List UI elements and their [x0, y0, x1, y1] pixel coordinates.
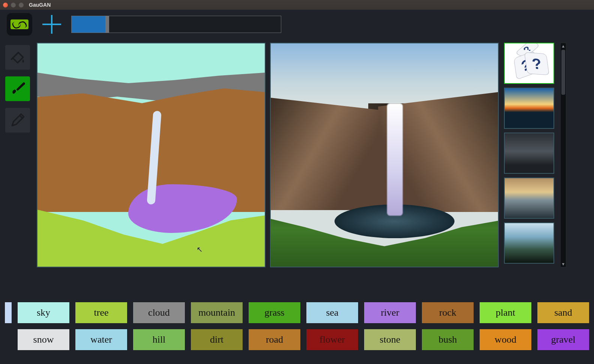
app-window: GauGAN [0, 0, 594, 364]
swatch-label: road [266, 334, 283, 345]
swatch-plant[interactable]: plant [479, 302, 532, 324]
swatch-label: river [381, 307, 399, 318]
window-close-button[interactable] [3, 3, 8, 7]
swatch-label: sand [554, 307, 572, 318]
style-thumb-random[interactable]: ? ? ? [504, 43, 554, 84]
pencil-icon [9, 112, 26, 128]
nvidia-logo-icon [10, 19, 28, 29]
tool-brush-button[interactable] [5, 76, 30, 101]
swatch-river[interactable]: river [364, 302, 416, 324]
scroll-up-icon[interactable]: ▲ [561, 43, 566, 49]
swatch-label: cloud [148, 307, 170, 318]
swatch-flower[interactable]: flower [306, 329, 358, 351]
swatch-label: plant [496, 307, 515, 318]
swatch-label: wood [495, 334, 516, 345]
style-thumbnails: ? ? ? ▲ ▼ [504, 43, 566, 267]
tool-pencil-button[interactable] [5, 108, 30, 133]
swatch-label: sea [326, 307, 338, 318]
swatch-cloud[interactable]: cloud [133, 302, 185, 324]
nvidia-logo-button[interactable] [7, 13, 32, 36]
brush-size-slider[interactable] [71, 16, 281, 33]
swatch-hill[interactable]: hill [133, 329, 185, 351]
swatch-label: flower [320, 334, 345, 345]
current-color-swatch[interactable] [4, 302, 12, 324]
output-image [270, 43, 499, 267]
swatch-wood[interactable]: wood [479, 329, 532, 351]
swatch-stone[interactable]: stone [364, 329, 416, 351]
palette-row: skytreecloudmountaingrassseariverrockpla… [0, 295, 594, 364]
swatch-snow[interactable]: snow [17, 329, 70, 351]
swatch-water[interactable]: water [75, 329, 128, 351]
topbar [0, 10, 594, 39]
swatch-label: rock [439, 307, 456, 318]
slider-thumb[interactable] [105, 16, 109, 33]
style-thumb-4[interactable] [504, 222, 554, 264]
style-scrollbar[interactable]: ▲ ▼ [560, 43, 566, 267]
window-minimize-button[interactable] [11, 3, 16, 7]
swatch-label: mountain [198, 307, 235, 318]
slider-fill [72, 16, 107, 33]
main-row: ↖ ? ? ? [0, 39, 594, 295]
swatch-road[interactable]: road [248, 329, 301, 351]
swatch-sand[interactable]: sand [537, 302, 590, 324]
scroll-down-icon[interactable]: ▼ [561, 261, 566, 267]
swatch-label: hill [153, 334, 166, 345]
swatch-label: sky [37, 307, 50, 318]
brush-icon [9, 81, 26, 97]
tool-palette [5, 43, 32, 133]
swatch-sea[interactable]: sea [306, 302, 358, 324]
swatch-grass[interactable]: grass [248, 302, 301, 324]
out-cliff-left [271, 98, 391, 210]
window-title: GauGAN [29, 2, 51, 8]
window-maximize-button[interactable] [19, 3, 24, 7]
swatch-dirt[interactable]: dirt [190, 329, 243, 351]
swatch-label: snow [33, 334, 54, 345]
swatch-mountain[interactable]: mountain [190, 302, 243, 324]
scroll-thumb[interactable] [561, 50, 565, 95]
swatch-tree[interactable]: tree [75, 302, 128, 324]
swatch-label: water [90, 334, 112, 345]
swatch-label: dirt [210, 334, 224, 345]
dice-icon: ? ? ? [505, 43, 554, 83]
new-canvas-button[interactable] [39, 13, 64, 36]
style-thumb-1[interactable] [504, 88, 554, 129]
out-waterfall [387, 103, 403, 216]
swatch-label: bush [438, 334, 457, 345]
dice-face-right: ? [524, 52, 549, 75]
style-thumb-3[interactable] [504, 178, 554, 219]
swatch-label: tree [94, 307, 109, 318]
swatch-label: grass [264, 307, 284, 318]
swatch-rock[interactable]: rock [422, 302, 474, 324]
paint-bucket-icon [9, 49, 26, 66]
swatch-label: gravel [551, 334, 576, 345]
titlebar: GauGAN [0, 0, 594, 10]
style-thumb-2[interactable] [504, 133, 554, 174]
swatch-bush[interactable]: bush [422, 329, 474, 351]
swatch-sky[interactable]: sky [17, 302, 70, 324]
material-palette: skytreecloudmountaingrassseariverrockpla… [17, 302, 590, 351]
swatch-gravel[interactable]: gravel [537, 329, 590, 351]
tool-fill-button[interactable] [5, 45, 30, 70]
cursor-icon: ↖ [196, 245, 203, 254]
style-thumbnails-list: ? ? ? [504, 43, 558, 267]
segmentation-canvas[interactable]: ↖ [37, 43, 266, 267]
swatch-label: stone [380, 334, 400, 345]
canvas-pair: ↖ [37, 43, 499, 267]
